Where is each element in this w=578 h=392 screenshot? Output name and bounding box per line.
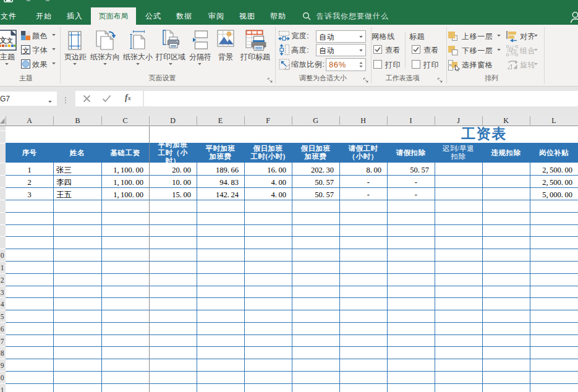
svg-text:文文: 文文 xyxy=(0,36,13,45)
svg-text:文: 文 xyxy=(22,46,30,55)
